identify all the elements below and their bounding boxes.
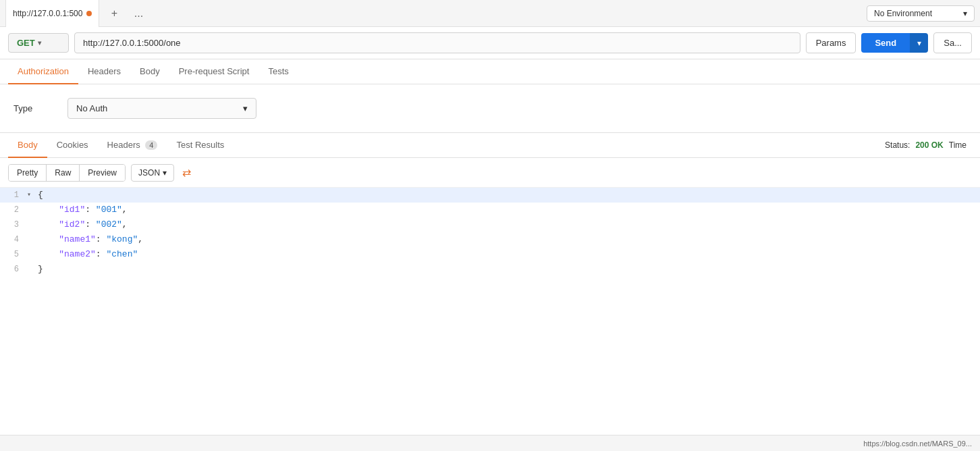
bottom-bar: https://blog.csdn.net/MARS_09... [0, 435, 980, 451]
line-content-2: "id1": "001", [38, 203, 128, 217]
code-line-3: 3 "id2": "002", [0, 217, 980, 232]
more-tabs-button[interactable]: ... [129, 4, 148, 23]
line-num-3: 3 [0, 217, 27, 232]
tab-tests[interactable]: Tests [258, 59, 298, 84]
time-label: Time [949, 140, 967, 150]
status-value: 200 OK [915, 140, 943, 150]
save-button[interactable]: Sa... [933, 32, 972, 53]
line-content-4: "name1": "kong", [38, 232, 143, 247]
request-tabs: Authorization Headers Body Pre-request S… [0, 59, 980, 84]
line-num-6: 6 [0, 262, 27, 277]
code-area: 1 ▾ { 2 "id1": "001", 3 "id2": "002", 4 [0, 188, 980, 451]
line-content-3: "id2": "002", [38, 217, 128, 232]
tab-url-text: http://127.0.0.1:500 [13, 9, 82, 18]
json-format-select[interactable]: JSON ▾ [131, 164, 174, 182]
tab-authorization[interactable]: Authorization [8, 59, 78, 84]
response-status-area: Status: 200 OK Time [885, 140, 972, 150]
line-content-5: "name2": "chen" [38, 247, 138, 262]
environment-selector[interactable]: No Environment ▾ [867, 5, 975, 22]
headers-badge: 4 [145, 140, 157, 150]
status-label: Status: [885, 140, 910, 150]
env-label: No Environment [874, 9, 932, 18]
url-bar: GET ▾ Params Send ▾ Sa... [0, 27, 980, 59]
code-line-4: 4 "name1": "kong", [0, 232, 980, 247]
send-button[interactable]: Send [861, 33, 910, 53]
res-tab-body[interactable]: Body [8, 133, 47, 158]
send-arrow-button[interactable]: ▾ [910, 33, 928, 53]
tab-body[interactable]: Body [130, 59, 169, 84]
method-select[interactable]: GET ▾ [8, 33, 69, 53]
auth-section: Type No Auth ▾ [0, 84, 980, 133]
pretty-button[interactable]: Pretty [9, 165, 47, 181]
raw-button[interactable]: Raw [47, 165, 80, 181]
preview-button[interactable]: Preview [80, 165, 125, 181]
auth-type-select[interactable]: No Auth ▾ [67, 98, 256, 119]
code-line-6: 6 } [0, 262, 980, 277]
line-num-4: 4 [0, 232, 27, 247]
tab-headers[interactable]: Headers [78, 59, 130, 84]
line-num-2: 2 [0, 203, 27, 217]
send-button-group: Send ▾ [861, 33, 928, 53]
json-arrow-icon: ▾ [163, 168, 167, 178]
params-button[interactable]: Params [806, 32, 856, 53]
code-line-2: 2 "id1": "001", [0, 203, 980, 217]
top-bar: http://127.0.0.1:500 + ... No Environmen… [0, 0, 980, 27]
method-label: GET [17, 38, 35, 48]
line-num-1: 1 [0, 188, 27, 203]
response-tabs: Body Cookies Headers 4 Test Results Stat… [0, 133, 980, 158]
auth-type-value: No Auth [76, 103, 107, 113]
format-bar: Pretty Raw Preview JSON ▾ ⇄ [0, 158, 980, 188]
add-tab-button[interactable]: + [105, 4, 124, 23]
auth-type-label: Type [13, 103, 54, 113]
code-line-1: 1 ▾ { [0, 188, 980, 203]
res-tab-test-results[interactable]: Test Results [167, 133, 234, 158]
line-content-1: { [38, 188, 43, 203]
code-line-5: 5 "name2": "chen" [0, 247, 980, 262]
bottom-url: https://blog.csdn.net/MARS_09... [863, 440, 972, 448]
line-toggle-1[interactable]: ▾ [27, 188, 38, 203]
url-input[interactable] [74, 32, 800, 53]
env-arrow-icon: ▾ [963, 9, 967, 18]
auth-arrow-icon: ▾ [243, 103, 248, 113]
active-tab[interactable]: http://127.0.0.1:500 [5, 0, 99, 27]
tab-pre-request-script[interactable]: Pre-request Script [169, 59, 259, 84]
line-num-5: 5 [0, 247, 27, 262]
res-tab-cookies[interactable]: Cookies [47, 133, 98, 158]
wrap-icon[interactable]: ⇄ [180, 163, 194, 182]
res-tab-headers[interactable]: Headers 4 [98, 133, 167, 158]
format-group: Pretty Raw Preview [8, 164, 126, 182]
json-label: JSON [138, 168, 160, 178]
method-arrow-icon: ▾ [38, 39, 41, 47]
tab-status-dot [86, 11, 92, 16]
line-content-6: } [38, 262, 43, 277]
